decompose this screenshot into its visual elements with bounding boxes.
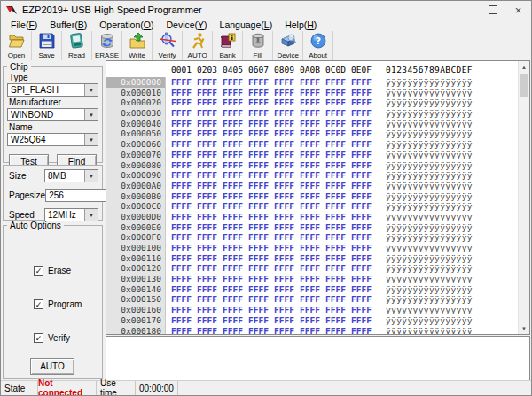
hex-byte-group[interactable]: FFFF (300, 150, 320, 160)
hex-byte-group[interactable]: FFFF (171, 128, 192, 139)
hex-byte-group[interactable]: FFFF (223, 326, 243, 335)
vertical-scrollbar[interactable]: ▲ ▼ (518, 61, 529, 334)
hex-byte-group[interactable]: FFFF (171, 108, 192, 119)
chip-name-select[interactable]: W25Q64 ▼ (7, 133, 98, 146)
log-panel[interactable] (106, 336, 530, 381)
hex-byte-group[interactable]: FFFF (248, 119, 269, 129)
hex-byte-group[interactable]: FFFF (351, 160, 372, 171)
hex-row-address[interactable]: 0x0000F0 (106, 232, 166, 243)
hex-row-address[interactable]: 0x000010 (106, 88, 166, 98)
hex-byte-group[interactable]: FFFF (223, 88, 243, 98)
hex-byte-group[interactable]: FFFF (274, 150, 294, 160)
hex-byte-group[interactable]: FFFF (300, 201, 320, 212)
hex-byte-group[interactable]: FFFF (171, 294, 192, 305)
hex-byte-group[interactable]: FFFF (300, 274, 320, 284)
menu-buffer[interactable]: Buffer(B) (43, 19, 93, 30)
hex-row-address[interactable]: 0x000030 (106, 108, 166, 119)
hex-byte-group[interactable]: FFFF (300, 232, 320, 243)
size-select[interactable]: 8MB ▼ (44, 169, 98, 182)
hex-row-address[interactable]: 0x000150 (106, 294, 166, 305)
hex-row-address[interactable]: 0x000080 (106, 160, 166, 171)
hex-row-address[interactable]: 0x000060 (106, 139, 166, 150)
hex-byte-group[interactable]: FFFF (197, 77, 217, 88)
hex-byte-group[interactable]: FFFF (351, 77, 372, 88)
hex-byte-group[interactable]: FFFF (300, 263, 320, 274)
hex-byte-group[interactable]: FFFF (223, 77, 243, 88)
toolbar-open-button[interactable]: Open (2, 31, 32, 60)
hex-row-address[interactable]: 0x000070 (106, 150, 166, 160)
hex-byte-group[interactable]: FFFF (171, 212, 192, 222)
hex-byte-group[interactable]: FFFF (171, 274, 192, 284)
hex-byte-group[interactable]: FFFF (300, 88, 320, 98)
hex-byte-group[interactable]: FFFF (248, 284, 269, 295)
hex-byte-group[interactable]: FFFF (325, 315, 346, 326)
hex-byte-group[interactable]: FFFF (274, 119, 294, 129)
hex-byte-group[interactable]: FFFF (248, 201, 269, 212)
hex-byte-group[interactable]: FFFF (351, 201, 372, 212)
hex-byte-group[interactable]: FFFF (300, 181, 320, 191)
hex-byte-group[interactable]: FFFF (171, 160, 192, 171)
hex-byte-group[interactable]: FFFF (300, 128, 320, 139)
hex-byte-group[interactable]: FFFF (223, 128, 243, 139)
hex-byte-group[interactable]: FFFF (274, 139, 294, 150)
hex-byte-group[interactable]: FFFF (197, 305, 217, 315)
hex-row-address[interactable]: 0x0000A0 (106, 181, 166, 191)
toolbar-fill-button[interactable]: Fill (243, 31, 273, 60)
hex-byte-group[interactable]: FFFF (274, 88, 294, 98)
hex-byte-group[interactable]: FFFF (223, 97, 243, 108)
hex-byte-group[interactable]: FFFF (351, 232, 372, 243)
hex-byte-group[interactable]: FFFF (248, 128, 269, 139)
hex-byte-group[interactable]: FFFF (325, 170, 346, 181)
hex-byte-group[interactable]: FFFF (248, 253, 269, 264)
hex-byte-group[interactable]: FFFF (300, 212, 320, 222)
hex-byte-group[interactable]: FFFF (197, 243, 217, 253)
hex-byte-group[interactable]: FFFF (171, 139, 192, 150)
hex-byte-group[interactable]: FFFF (325, 201, 346, 212)
hex-byte-group[interactable]: FFFF (248, 326, 269, 335)
hex-byte-group[interactable]: FFFF (274, 77, 294, 88)
hex-byte-group[interactable]: FFFF (197, 274, 217, 284)
hex-byte-group[interactable]: FFFF (171, 150, 192, 160)
close-button[interactable]: × (505, 1, 531, 19)
hex-byte-group[interactable]: FFFF (325, 232, 346, 243)
toolbar-bank-button[interactable]: Bank (213, 31, 243, 60)
menu-device[interactable]: Device(Y) (160, 19, 213, 30)
hex-byte-group[interactable]: FFFF (248, 305, 269, 315)
hex-row-address[interactable]: 0x000110 (106, 253, 166, 264)
hex-byte-group[interactable]: FFFF (274, 284, 294, 295)
hex-byte-group[interactable]: FFFF (325, 181, 346, 191)
hex-byte-group[interactable]: FFFF (248, 108, 269, 119)
hex-byte-group[interactable]: FFFF (248, 170, 269, 181)
hex-byte-group[interactable]: FFFF (197, 294, 217, 305)
hex-byte-group[interactable]: FFFF (197, 232, 217, 243)
hex-byte-group[interactable]: FFFF (171, 305, 192, 315)
hex-byte-group[interactable]: FFFF (325, 222, 346, 233)
checkbox-icon[interactable]: ✓ (34, 333, 43, 343)
speed-select[interactable]: 12MHz ▼ (44, 208, 98, 221)
hex-byte-group[interactable]: FFFF (223, 170, 243, 181)
scroll-up-icon[interactable]: ▲ (519, 61, 529, 73)
hex-byte-group[interactable]: FFFF (351, 97, 372, 108)
hex-byte-group[interactable]: FFFF (351, 191, 372, 202)
hex-byte-group[interactable]: FFFF (300, 139, 320, 150)
hex-row-address[interactable]: 0x000090 (106, 170, 166, 181)
hex-byte-group[interactable]: FFFF (223, 160, 243, 171)
hex-byte-group[interactable]: FFFF (274, 128, 294, 139)
hex-byte-group[interactable]: FFFF (171, 77, 192, 88)
hex-row-address[interactable]: 0x000020 (106, 97, 166, 108)
menu-operation[interactable]: Operation(O) (93, 19, 160, 30)
hex-byte-group[interactable]: FFFF (248, 191, 269, 202)
hex-byte-group[interactable]: FFFF (223, 305, 243, 315)
hex-byte-group[interactable]: FFFF (223, 274, 243, 284)
hex-byte-group[interactable]: FFFF (171, 284, 192, 295)
menu-help[interactable]: Help(H) (278, 19, 323, 30)
hex-byte-group[interactable]: FFFF (197, 222, 217, 233)
hex-byte-group[interactable]: FFFF (325, 263, 346, 274)
auto-button[interactable]: AUTO (30, 358, 74, 375)
hex-row-address[interactable]: 0x000160 (106, 305, 166, 315)
hex-byte-group[interactable]: FFFF (300, 108, 320, 119)
hex-byte-group[interactable]: FFFF (351, 326, 372, 335)
hex-byte-group[interactable]: FFFF (351, 315, 372, 326)
hex-byte-group[interactable]: FFFF (325, 305, 346, 315)
hex-row-address[interactable]: 0x000000 (106, 77, 166, 88)
